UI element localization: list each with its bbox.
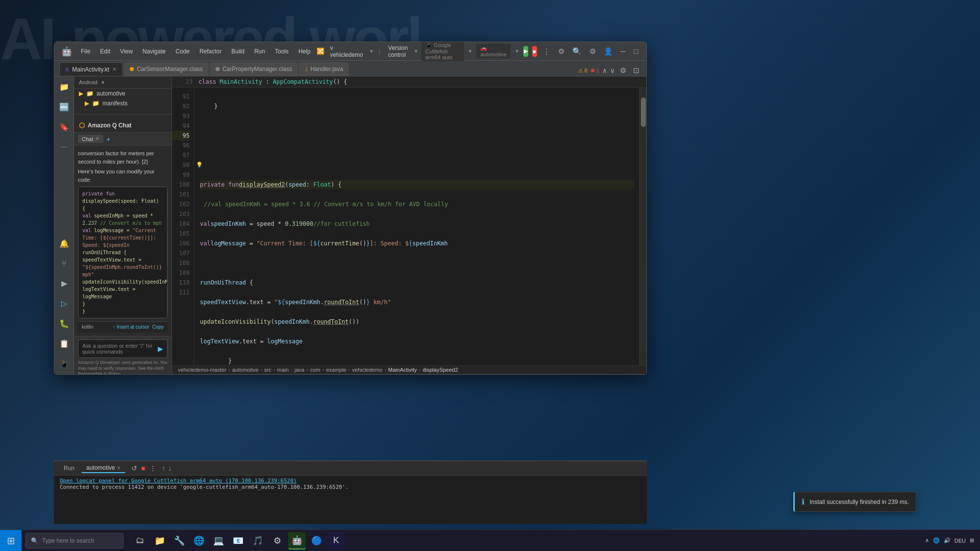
bottom-tab-run[interactable]: Run (59, 464, 79, 473)
taskbar-app-tools[interactable]: 🔧 (171, 532, 188, 550)
tab-handler-label: Handler.java (310, 66, 343, 72)
tab-mainactivity-close[interactable]: ✕ (112, 66, 117, 72)
breadcrumb-vehicledemo[interactable]: vehicledemo (352, 367, 383, 373)
taskbar-lang[interactable]: DEU (955, 538, 966, 544)
run-menu[interactable]: Run (251, 47, 268, 56)
taskbar-volume[interactable]: 🔊 (944, 537, 951, 544)
search-everywhere[interactable]: 🔍 (570, 46, 584, 57)
more-actions[interactable]: ⋮ (541, 46, 552, 57)
scroll-up-btn[interactable]: ↑ (162, 464, 166, 472)
tab-handler[interactable]: J Handler.java (299, 62, 349, 76)
sidebar-project[interactable]: 📁 (57, 80, 71, 94)
tab-carsensor[interactable]: CarSensorManager.class (124, 62, 209, 76)
refactor-menu[interactable]: Refactor (196, 47, 224, 56)
android-dropdown[interactable]: ▼ (100, 80, 105, 85)
taskbar-app-kotlin[interactable]: K (327, 532, 345, 550)
scroll-up[interactable]: ∧ (602, 67, 607, 74)
editor-scrollbar[interactable] (639, 88, 646, 365)
breadcrumb-main[interactable]: main (277, 367, 289, 373)
sidebar-device[interactable]: 📱 (57, 357, 71, 370)
restart-btn[interactable]: ↺ (131, 464, 137, 472)
file-item-manifests[interactable]: ▶ 📁 manifests (74, 98, 172, 108)
close[interactable]: ✕ (644, 46, 647, 57)
scroll-down[interactable]: ∨ (610, 67, 615, 74)
search-icon: 🔍 (31, 537, 38, 544)
breadcrumb-mainactivity[interactable]: MainActivity (388, 367, 417, 373)
edit-menu[interactable]: Edit (97, 47, 113, 56)
more-opts[interactable]: ⋮ (149, 464, 156, 472)
sidebar-terminal[interactable]: ▶ (59, 277, 69, 290)
breadcrumb-java[interactable]: java (294, 367, 304, 373)
device-selector[interactable]: 📱 Google Cuttlefish arm64 auto (421, 42, 464, 61)
breadcrumb-com[interactable]: com (310, 367, 320, 373)
taskbar-app-email[interactable]: 📧 (229, 532, 247, 550)
settings[interactable]: ⚙ (588, 46, 598, 57)
logcat-link[interactable]: Open logcat panel for Google Cuttlefish … (60, 478, 296, 484)
taskbar-app-vscode[interactable]: 🔵 (308, 532, 325, 550)
taskbar-network[interactable]: 🌐 (933, 537, 940, 544)
start-button[interactable]: ⊞ (0, 530, 22, 551)
breadcrumb-root[interactable]: vehicledemo-master (178, 367, 226, 373)
code-content[interactable]: } 💡 private fun displaySpeed2(speed: Flo… (194, 88, 639, 365)
taskbar-app-browser[interactable]: 🌐 (190, 532, 208, 550)
q-new-tab[interactable]: + (106, 135, 110, 143)
taskbar-app-folder[interactable]: 📁 (151, 532, 169, 550)
file-menu[interactable]: File (78, 47, 93, 56)
split-editor[interactable]: ⊡ (631, 65, 641, 76)
taskbar-search[interactable]: 🔍 Type here to search (25, 533, 123, 549)
sidebar-logcat[interactable]: 📋 (57, 337, 71, 350)
stop-proc-btn[interactable]: ■ (141, 464, 145, 472)
q-tab-chat[interactable]: Chat ✕ (78, 135, 103, 143)
navigate-menu[interactable]: Navigate (140, 47, 169, 56)
bottom-tab-close[interactable]: ✕ (117, 465, 121, 471)
sidebar-more[interactable]: ··· (59, 141, 69, 153)
build-menu[interactable]: Build (228, 47, 247, 56)
maximize[interactable]: □ (632, 46, 640, 56)
profile-selector[interactable]: 🚗 automotive (476, 44, 511, 58)
bottom-tab-automotive[interactable]: automotive ✕ (81, 463, 125, 473)
sidebar-run[interactable]: ▷ (59, 297, 69, 310)
taskbar-app-music[interactable]: 🎵 (249, 532, 267, 550)
sidebar-git[interactable]: ⑂ (60, 257, 69, 270)
build-variants[interactable]: ⚙ (556, 46, 566, 57)
sidebar-notification[interactable]: 🔔 (57, 237, 71, 250)
title-bar: 🤖 File Edit View Navigate Code Refactor … (54, 42, 646, 61)
q-input-field[interactable]: Ask a question or enter "/" for quick co… (78, 339, 168, 358)
tab-carproperty[interactable]: CarPropertyManager.class (210, 62, 298, 76)
code-lang: kotlin (82, 323, 93, 331)
breadcrumb-example[interactable]: example (326, 367, 346, 373)
run-button[interactable]: ▶ (523, 46, 528, 57)
taskbar-app-android[interactable]: 🤖 (288, 532, 306, 550)
taskbar-chevron[interactable]: ∧ (925, 537, 929, 544)
file-item-automotive[interactable]: ▶ 📁 automotive (74, 89, 172, 98)
scroll-down-btn[interactable]: ↓ (169, 464, 172, 472)
breadcrumb-src[interactable]: src (264, 367, 271, 373)
taskbar-app-explorer[interactable]: 🗂 (131, 532, 149, 550)
q-send-button[interactable]: ▶ (158, 345, 163, 353)
copy-code[interactable]: Copy (152, 323, 164, 331)
minimize[interactable]: ─ (619, 46, 628, 56)
help-menu[interactable]: Help (295, 47, 314, 56)
breadcrumb-displayspeed2[interactable]: displaySpeed2 (422, 367, 458, 373)
taskbar-app-settings[interactable]: ⚙ (269, 532, 286, 550)
view-menu[interactable]: View (117, 47, 136, 56)
code-menu[interactable]: Code (172, 47, 193, 56)
vcs-selector[interactable]: Version control (385, 44, 411, 59)
tools-menu[interactable]: Tools (272, 47, 292, 56)
warning-indicator[interactable]: ⚠ 8 (578, 68, 588, 74)
account[interactable]: 👤 (602, 46, 615, 57)
branch-selector[interactable]: v vehicledemo (327, 44, 366, 59)
stop-button[interactable]: ■ (532, 46, 537, 57)
sidebar-debug[interactable]: 🐛 (57, 317, 71, 330)
taskbar-app-terminal[interactable]: 💻 (210, 532, 227, 550)
tab-settings[interactable]: ⚙ (618, 65, 628, 76)
q-tab-close[interactable]: ✕ (95, 136, 99, 142)
tab-mainactivity[interactable]: K MainActivity.kt ✕ (59, 62, 123, 76)
scrollbar-thumb[interactable] (641, 97, 646, 127)
breadcrumb-automotive[interactable]: automotive (232, 367, 259, 373)
sidebar-structure[interactable]: 🔤 (57, 100, 71, 114)
sidebar-bookmarks[interactable]: 🔖 (57, 120, 71, 134)
taskbar-system-tray[interactable]: ⊞ (970, 537, 974, 544)
insert-at-cursor[interactable]: ↑ Insert at cursor (113, 323, 149, 331)
error-indicator[interactable]: ✖ 1 (590, 68, 599, 74)
